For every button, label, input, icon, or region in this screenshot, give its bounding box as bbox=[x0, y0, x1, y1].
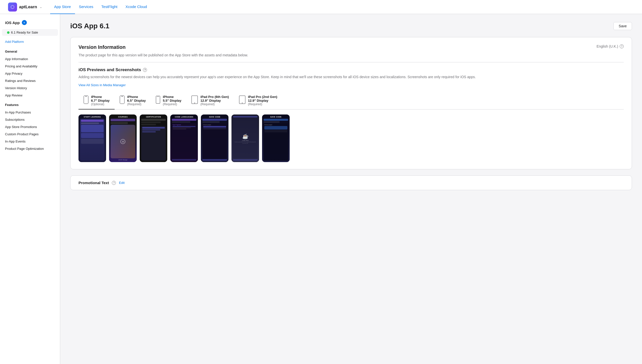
svg-rect-4 bbox=[156, 96, 160, 103]
device-tab-name-65: iPhone bbox=[127, 95, 146, 99]
sidebar-item-version-history[interactable]: Version History bbox=[0, 84, 60, 92]
screenshots-gallery: START LEARNING bbox=[78, 114, 624, 162]
screenshot-save-code: SAVE CODE School project bbox=[201, 114, 228, 162]
screenshot-save-code-2: SAVE CODE School project bbox=[262, 114, 290, 162]
sidebar-item-subscriptions[interactable]: Subscriptions bbox=[0, 116, 60, 123]
device-tab-iphone-65[interactable]: iPhone 6.5" Display (Required) bbox=[115, 92, 151, 109]
sidebar-app-title: iOS App + bbox=[5, 20, 55, 25]
sidebar-app-header: iOS App + bbox=[0, 20, 60, 29]
iphone-55-icon bbox=[156, 96, 160, 105]
language-label: English (U.K.) bbox=[597, 44, 618, 48]
device-tab-size-ipad-6gen: 12.9" Display bbox=[200, 99, 229, 102]
device-tab-size-55: 5.5" Display bbox=[163, 99, 181, 102]
sidebar-section-features: Features In-App Purchases Subscriptions … bbox=[0, 99, 60, 152]
main-content: iOS App 6.1 Save Version Information Eng… bbox=[60, 14, 642, 364]
screenshot-code-languages: CODE LANGUAGES Type Fragment bbox=[170, 114, 198, 162]
nav-link-services[interactable]: Services bbox=[75, 0, 98, 14]
page-title: iOS App 6.1 bbox=[70, 22, 109, 30]
sidebar-item-custom-product-pages[interactable]: Custom Product Pages bbox=[0, 131, 60, 138]
add-platform-link[interactable]: Add Platform bbox=[0, 36, 60, 46]
iphone-67-icon bbox=[84, 95, 89, 105]
screenshots-section: iOS Previews and Screenshots ? Adding sc… bbox=[78, 67, 624, 162]
brand-icon: ⬡ bbox=[8, 3, 17, 12]
sidebar-item-product-page-optimization[interactable]: Product Page Optimization bbox=[0, 145, 60, 152]
screenshot-start-learning: START LEARNING bbox=[78, 114, 106, 162]
svg-rect-3 bbox=[121, 96, 123, 97]
promotional-text-edit-link[interactable]: Edit bbox=[119, 181, 124, 185]
device-tab-info-65: iPhone 6.5" Display (Required) bbox=[127, 95, 146, 106]
save-button[interactable]: Save bbox=[613, 22, 632, 30]
device-tab-req-67: (Optional) bbox=[91, 102, 110, 106]
nav-link-xcode-cloud[interactable]: Xcode Cloud bbox=[121, 0, 151, 14]
sidebar-item-app-information[interactable]: App Information bbox=[0, 55, 60, 63]
ipad-6gen-icon bbox=[191, 95, 198, 105]
svg-rect-0 bbox=[84, 96, 88, 104]
screenshots-description: Adding screenshots for the newest device… bbox=[78, 75, 624, 79]
promotional-text-section: Promotional Text ? Edit bbox=[70, 175, 632, 190]
brand-name: aptLearn bbox=[19, 5, 37, 10]
screenshot-courses: COURSES ⚙ UI/UX Design bbox=[109, 114, 137, 162]
device-tab-ipad-2gen[interactable]: iPad Pro (2nd Gen) 12.9" Display (Requir… bbox=[234, 92, 282, 109]
svg-rect-5 bbox=[157, 96, 159, 97]
version-info-header: Version Information English (U.K.) ? bbox=[78, 44, 624, 50]
sidebar-app-name: iOS App bbox=[5, 21, 20, 25]
device-tab-req-ipad-2gen: (Required) bbox=[248, 102, 277, 106]
device-tab-name-ipad-2gen: iPad Pro (2nd Gen) bbox=[248, 95, 277, 99]
device-tab-name-ipad-6gen: iPad Pro (6th Gen) bbox=[200, 95, 229, 99]
promotional-text-help-icon[interactable]: ? bbox=[112, 181, 116, 185]
view-all-sizes-link[interactable]: View All Sizes in Media Manager bbox=[78, 83, 126, 87]
page-header: iOS App 6.1 Save bbox=[70, 22, 632, 30]
device-tab-name-67: iPhone bbox=[91, 95, 110, 99]
sidebar-version-label: 6.1 Ready for Sale bbox=[11, 31, 38, 34]
sidebar-item-pricing[interactable]: Pricing and Availability bbox=[0, 63, 60, 70]
top-navigation: ⬡ aptLearn ⌄ App Store Services TestFlig… bbox=[0, 0, 642, 14]
svg-rect-2 bbox=[120, 96, 124, 104]
version-info-title: Version Information bbox=[78, 44, 126, 50]
add-platform-icon-button[interactable]: + bbox=[22, 20, 27, 25]
device-tab-ipad-6gen[interactable]: iPad Pro (6th Gen) 12.9" Display (Requir… bbox=[186, 92, 234, 109]
screenshots-title-text: iOS Previews and Screenshots bbox=[78, 67, 141, 72]
device-tab-size-ipad-2gen: 12.9" Display bbox=[248, 99, 277, 102]
device-tab-info-ipad-2gen: iPad Pro (2nd Gen) 12.9" Display (Requir… bbox=[248, 95, 277, 106]
nav-link-testflight[interactable]: TestFlight bbox=[97, 0, 121, 14]
sidebar-item-app-privacy[interactable]: App Privacy bbox=[0, 70, 60, 77]
device-tab-name-55: iPhone bbox=[163, 95, 181, 99]
device-tab-req-65: (Required) bbox=[127, 102, 146, 106]
svg-point-7 bbox=[194, 103, 195, 103]
device-tab-size-65: 6.5" Display bbox=[127, 99, 146, 102]
brand[interactable]: ⬡ aptLearn ⌄ bbox=[8, 3, 42, 12]
screenshot-code-pen: ☕ CODE PEN Immerse yourself in the Integ… bbox=[231, 114, 259, 162]
version-info-language: English (U.K.) ? bbox=[597, 44, 624, 48]
sidebar-section-general-title: General bbox=[0, 46, 60, 55]
sidebar-item-in-app-purchases[interactable]: In-App Purchases bbox=[0, 109, 60, 116]
sidebar-section-general: General App Information Pricing and Avai… bbox=[0, 46, 60, 99]
version-information-section: Version Information English (U.K.) ? The… bbox=[70, 37, 632, 169]
nav-link-appstore[interactable]: App Store bbox=[50, 0, 75, 14]
ipad-2gen-icon bbox=[239, 95, 246, 105]
device-tab-req-55: (Required) bbox=[163, 102, 181, 106]
svg-point-9 bbox=[242, 103, 243, 103]
brand-chevron-icon: ⌄ bbox=[40, 5, 42, 9]
screenshots-help-icon[interactable]: ? bbox=[143, 68, 147, 72]
device-tab-info-67: iPhone 6.7" Display (Optional) bbox=[91, 95, 110, 106]
svg-rect-1 bbox=[85, 96, 87, 97]
ready-for-sale-dot bbox=[7, 31, 10, 34]
sidebar-version-badge[interactable]: 6.1 Ready for Sale bbox=[2, 29, 58, 36]
device-tab-info-ipad-6gen: iPad Pro (6th Gen) 12.9" Display (Requir… bbox=[200, 95, 229, 106]
device-tab-size-67: 6.7" Display bbox=[91, 99, 110, 102]
version-info-description: The product page for this app version wi… bbox=[78, 53, 624, 57]
sidebar-item-app-review[interactable]: App Review bbox=[0, 92, 60, 99]
sidebar-item-app-store-promotions[interactable]: App Store Promotions bbox=[0, 123, 60, 131]
nav-links: App Store Services TestFlight Xcode Clou… bbox=[50, 0, 151, 14]
device-tab-info-55: iPhone 5.5" Display (Required) bbox=[163, 95, 181, 106]
version-info-help-icon[interactable]: ? bbox=[620, 44, 624, 48]
screenshots-title: iOS Previews and Screenshots ? bbox=[78, 67, 624, 72]
sidebar: iOS App + 6.1 Ready for Sale Add Platfor… bbox=[0, 14, 60, 364]
sidebar-item-in-app-events[interactable]: In-App Events bbox=[0, 138, 60, 145]
sidebar-section-features-title: Features bbox=[0, 99, 60, 109]
device-tab-req-ipad-6gen: (Required) bbox=[200, 102, 229, 106]
promotional-text-label: Promotional Text bbox=[78, 181, 109, 185]
sidebar-item-ratings-reviews[interactable]: Ratings and Reviews bbox=[0, 77, 60, 84]
device-tab-iphone-55[interactable]: iPhone 5.5" Display (Required) bbox=[151, 92, 186, 109]
device-tab-iphone-67[interactable]: iPhone 6.7" Display (Optional) bbox=[78, 92, 115, 109]
